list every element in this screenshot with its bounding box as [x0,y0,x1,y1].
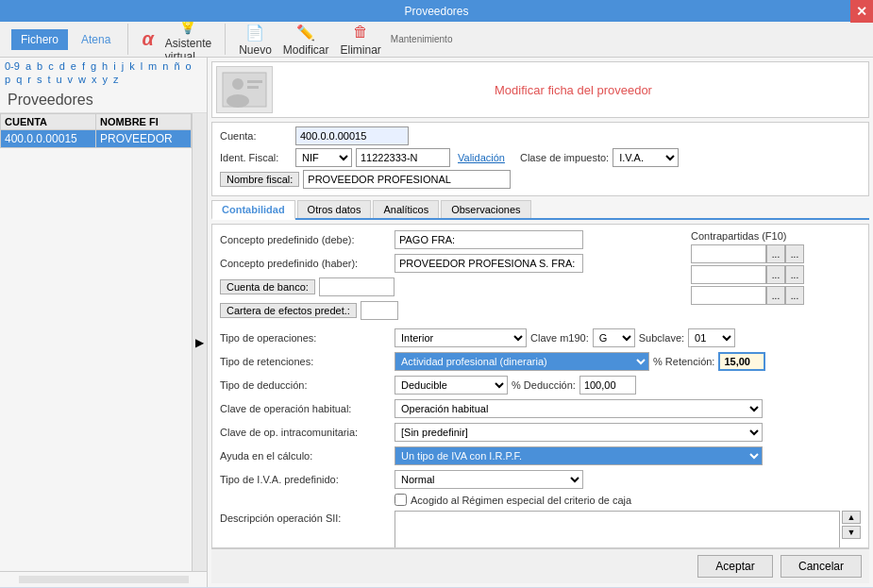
sidebar-bottom [0,571,207,587]
alpha-link-x[interactable]: x [89,73,100,86]
ident-fiscal-select[interactable]: NIF [295,148,352,167]
cartera-button[interactable]: Cartera de efectos predet.: [220,303,357,318]
eliminar-button[interactable]: 🗑 Eliminar [335,20,387,59]
tab-contabilidad[interactable]: Contabilidad [211,200,295,220]
svg-rect-4 [247,86,259,89]
cuenta-input[interactable] [295,126,409,145]
close-button[interactable]: ✕ [850,0,873,23]
alpha-link-i[interactable]: i [110,59,118,73]
contrapartida-btn-3b[interactable]: ... [785,286,804,305]
tipo-deduccion-select[interactable]: Deducible No deducible [395,376,508,395]
tipo-iva-row: Tipo de I.V.A. predefinido: Normal Reduc… [220,470,861,489]
cuenta-banco-button[interactable]: Cuenta de banco: [220,279,315,294]
alpha-link-q[interactable]: q [13,73,25,86]
alpha-link-r[interactable]: r [25,73,34,86]
porcentaje-deduccion-input[interactable] [579,376,636,395]
clase-impuesto-select[interactable]: I.V.A. [613,148,679,167]
alpha-link-w[interactable]: w [76,73,89,86]
modificar-button[interactable]: ✏️ Modificar [277,20,335,59]
alpha-link-j[interactable]: j [119,59,126,73]
alpha-link-p[interactable]: p [2,73,13,86]
alpha-link-n[interactable]: n [159,59,171,73]
contrapartida-input-1[interactable] [691,244,766,263]
scroll-down-button[interactable]: ▼ [842,526,861,539]
descripcion-sii-textarea[interactable] [395,511,840,548]
toolbar: Fichero Atena α 💡 Asistentevirtual 📄 Nue… [0,22,873,58]
atena-tab[interactable]: Atena [72,29,120,50]
mantenimiento-section: 📄 Nuevo ✏️ Modificar 🗑 Eliminar Mantenim… [226,24,460,55]
clave-intra-select[interactable]: [Sin predefinir] [395,423,763,442]
cancelar-button[interactable]: Cancelar [781,555,862,578]
acogido-checkbox[interactable] [395,494,407,506]
alpha-link-v[interactable]: v [65,73,76,86]
concepto-debe-section: Concepto predefinido (debe): Concepto pr… [220,230,583,325]
subclave-select[interactable]: 01 02 [688,328,735,347]
alpha-link-e[interactable]: e [68,59,79,73]
sidebar-scrollbar[interactable] [19,576,189,583]
alpha-link-o[interactable]: o [183,59,194,73]
cuenta-banco-input[interactable] [319,277,395,296]
scroll-up-button[interactable]: ▲ [842,511,861,524]
alpha-link-u[interactable]: u [53,73,64,86]
ident-fiscal-input[interactable] [356,148,450,167]
alpha-link-f[interactable]: f [79,59,88,73]
sidebar-alpha-links: 0-9 a b c d e f g h i j k l m n ñ o p q … [0,58,207,88]
clave-operacion-select[interactable]: Operación habitual [395,399,763,418]
nombre-fiscal-input[interactable] [303,170,511,189]
contrapartida-btn-3a[interactable]: ... [766,286,785,305]
concepto-haber-input[interactable] [395,254,583,273]
ayuda-calculo-select[interactable]: Un tipo de IVA con I.R.P.F. Sin IVA [395,446,763,465]
alpha-link-m[interactable]: m [145,59,159,73]
alpha-link-h[interactable]: h [99,59,110,73]
content-panel: Modificar ficha del proveedor Cuenta: Id… [208,58,873,587]
contrapartida-input-3[interactable] [691,286,766,305]
table-row[interactable]: 400.0.0.00015 PROVEEDOR [1,130,192,148]
contrapartida-btn-1a[interactable]: ... [766,244,785,263]
porcentaje-retencion-input[interactable] [718,352,765,371]
contrapartida-btn-2a[interactable]: ... [766,265,785,284]
alpha-link-y[interactable]: y [100,73,111,86]
alpha-link-t[interactable]: t [44,73,53,86]
alpha-link-a[interactable]: a [23,59,34,73]
alpha-link-k[interactable]: k [126,59,138,73]
validacion-link[interactable]: Validación [458,152,505,163]
alpha-link-d[interactable]: d [57,59,68,73]
concepto-debe-input[interactable] [395,230,583,249]
cuenta-row: Cuenta: [220,126,861,145]
alpha-link-ñ[interactable]: ñ [171,59,182,73]
tipo-iva-label: Tipo de I.V.A. predefinido: [220,474,395,485]
alpha-link-c[interactable]: c [45,59,57,73]
contrapartida-btn-1b[interactable]: ... [785,244,804,263]
nombre-fiscal-button[interactable]: Nombre fiscal: [220,172,299,187]
clave-m190-select[interactable]: G A [593,328,635,347]
alpha-link-g[interactable]: g [88,59,99,73]
sidebar: 0-9 a b c d e f g h i j k l m n ñ o p q … [0,58,208,587]
concepto-debe-row: Concepto predefinido (debe): [220,230,583,249]
contrapartida-input-2[interactable] [691,265,766,284]
concepto-contrapartidas-row: Concepto predefinido (debe): Concepto pr… [220,230,861,325]
tab-analiticos[interactable]: Analíticos [373,200,439,218]
scrollbar-buttons: ▲ ▼ [842,511,861,539]
alpha-link-s[interactable]: s [34,73,45,86]
contrapartida-btn-2b[interactable]: ... [785,265,804,284]
tipo-retenciones-select[interactable]: Actividad profesional (dineraria) Sin re… [395,352,649,371]
cuenta-banco-row: Cuenta de banco: [220,277,583,296]
sidebar-collapse-arrow[interactable]: ▶ [192,113,207,571]
bottom-bar: Aceptar Cancelar [211,548,869,583]
row-cuenta: 400.0.0.00015 [1,130,96,148]
cartera-input[interactable] [361,301,398,320]
aceptar-button[interactable]: Aceptar [697,555,773,578]
nuevo-button[interactable]: 📄 Nuevo [233,20,277,59]
alpha-link-09[interactable]: 0-9 [2,59,23,73]
fichero-tab[interactable]: Fichero [11,29,68,50]
col-nombre: NOMBRE FI [96,114,192,130]
tab-observaciones[interactable]: Observaciones [441,200,530,218]
tipo-operaciones-select[interactable]: Interior Exterior [395,328,527,347]
tab-otros-datos[interactable]: Otros datos [297,200,372,218]
contrapartidas-label: Contrapartidas (F10) [691,230,861,242]
tipo-iva-select[interactable]: Normal Reducido Superreducido [395,470,583,489]
contrapartida-row-3: ... ... [691,286,861,305]
alpha-link-b[interactable]: b [34,59,45,73]
alpha-link-l[interactable]: l [138,59,145,73]
alpha-link-z[interactable]: z [110,73,122,86]
